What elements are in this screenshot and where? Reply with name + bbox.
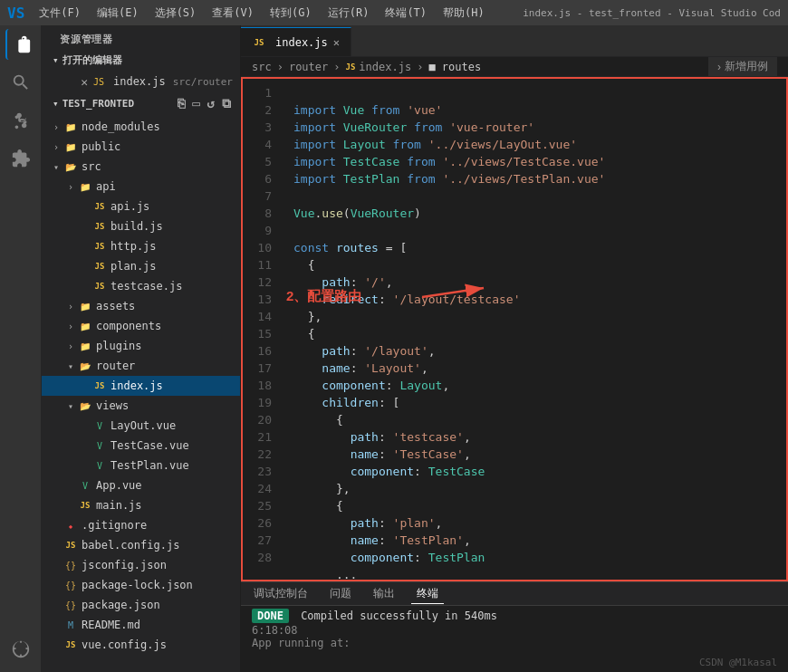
tree-label: main.js (96, 499, 142, 512)
folder-icon: 📁 (78, 179, 92, 194)
tree-jsconfig[interactable]: {} jsconfig.json (42, 555, 240, 575)
new-file-btn[interactable]: ⎘ (176, 96, 187, 111)
breadcrumb: src › router › JS index.js › ■ routes › … (241, 57, 788, 77)
tree-components[interactable]: › 📁 components (42, 316, 240, 336)
activity-search[interactable] (5, 67, 36, 98)
term-tab-problems[interactable]: 问题 (324, 584, 357, 603)
menu-goto[interactable]: 转到(G) (266, 4, 315, 23)
tab-filename: index.js (275, 36, 328, 49)
folder-arrow: ▾ (63, 361, 78, 371)
tree-main-js[interactable]: JS main.js (42, 495, 240, 515)
tree-gitignore[interactable]: ⬥ .gitignore (42, 515, 240, 535)
tree-label: components (96, 320, 161, 332)
bc-router[interactable]: router (289, 61, 328, 73)
menu-bar: 文件(F) 编辑(E) 选择(S) 查看(V) 转到(G) 运行(R) 终端(T… (35, 4, 488, 23)
tree-label: plugins (96, 340, 142, 352)
tree-babel-config[interactable]: JS babel.config.js (42, 535, 240, 555)
tree-label: build.js (111, 220, 163, 233)
open-editors-section[interactable]: ▾ 打开的编辑器 (42, 50, 240, 71)
refresh-btn[interactable]: ↺ (206, 96, 216, 111)
open-editor-filename: index.js (113, 75, 166, 88)
tree-label: node_modules (82, 120, 160, 133)
activity-debug[interactable] (5, 634, 36, 665)
activity-source-control[interactable] (5, 105, 36, 136)
menu-run[interactable]: 运行(R) (324, 4, 373, 23)
sidebar-header: 资源管理器 (42, 25, 240, 50)
tree-package-lock[interactable]: {} package-lock.json (42, 575, 240, 595)
folder-open-icon: 📂 (63, 159, 78, 174)
code-content[interactable]: import Vue from 'vue' import VueRouter f… (279, 77, 788, 581)
js-icon: JS (92, 219, 107, 234)
open-editors-arrow: ▾ (53, 54, 59, 66)
tree-readme[interactable]: M README.md (42, 615, 240, 635)
tree-assets[interactable]: › 📁 assets (42, 296, 240, 316)
menu-help[interactable]: 帮助(H) (439, 4, 488, 23)
close-editor-icon[interactable]: ✕ (81, 75, 88, 89)
vue-icon: V (92, 438, 107, 453)
tab-indexjs[interactable]: JS index.js ✕ (241, 27, 351, 56)
term-tab-output[interactable]: 输出 (368, 584, 400, 603)
folder-open-icon: 📂 (78, 398, 92, 413)
tree-router[interactable]: ▾ 📂 router (42, 356, 240, 376)
tree-build-js[interactable]: JS build.js (42, 216, 240, 236)
tree-label: plan.js (111, 260, 157, 273)
bc-routes[interactable]: ■ routes (428, 61, 481, 73)
bc-src[interactable]: src (252, 61, 272, 73)
tree-plugins[interactable]: › 📁 plugins (42, 336, 240, 356)
tree-package-json[interactable]: {} package.json (42, 595, 240, 615)
folder-icon: 📁 (63, 139, 78, 154)
tree-label: package.json (82, 599, 160, 611)
tree-views[interactable]: ▾ 📂 views (42, 396, 240, 416)
json-icon: {} (63, 598, 78, 612)
tab-js-icon: JS (252, 35, 266, 50)
terminal: 调试控制台 问题 输出 终端 DONE Compiled successfull… (241, 581, 788, 672)
tree-src[interactable]: ▾ 📂 src (42, 157, 240, 177)
tree-label: public (82, 140, 120, 153)
editor-area: 2、配置路由 JS index.js ✕ src › router › (241, 25, 788, 672)
line-numbers: 12345 678910 1112131415 1617181920 21222… (241, 77, 279, 581)
tree-http-js[interactable]: JS http.js (42, 236, 240, 256)
terminal-message: Compiled successfully in 540ms (301, 610, 497, 622)
new-folder-btn[interactable]: ▭ (190, 96, 201, 111)
tree-layout-vue[interactable]: V LayOut.vue (42, 416, 240, 436)
collapse-btn[interactable]: ⧉ (220, 96, 233, 111)
tree-testcase-js[interactable]: JS testcase.js (42, 276, 240, 296)
menu-terminal[interactable]: 终端(T) (381, 4, 430, 23)
tree-testplan-vue[interactable]: V TestPlan.vue (42, 456, 240, 475)
project-section[interactable]: ▾ TEST_FRONTED ⎘ ▭ ↺ ⧉ (42, 92, 240, 115)
bc-sep1: › (277, 61, 283, 73)
bc-indexjs[interactable]: index.js (359, 61, 411, 73)
tree-testcase-vue[interactable]: V TestCase.vue (42, 436, 240, 456)
tree-api-js[interactable]: JS api.js (42, 197, 240, 216)
tree-node-modules[interactable]: › 📁 node_modules (42, 117, 240, 137)
js-icon: JS (63, 538, 78, 552)
tree-vue-config[interactable]: JS vue.config.js (42, 635, 240, 655)
code-pre: import Vue from 'vue' import VueRouter f… (293, 84, 788, 581)
tree-plan-js[interactable]: JS plan.js (42, 256, 240, 276)
menu-file[interactable]: 文件(F) (35, 4, 84, 23)
menu-select[interactable]: 选择(S) (151, 4, 200, 23)
code-editor[interactable]: 12345 678910 1112131415 1617181920 21222… (241, 77, 788, 581)
activity-explorer[interactable] (5, 29, 36, 60)
tree-label: api.js (111, 200, 149, 213)
menu-view[interactable]: 查看(V) (208, 4, 257, 23)
tree-router-indexjs[interactable]: JS index.js (42, 376, 240, 396)
menu-edit[interactable]: 编辑(E) (93, 4, 142, 23)
activity-extensions[interactable] (5, 143, 36, 174)
file-tree: › 📁 node_modules › 📁 public ▾ 📂 src (42, 115, 240, 657)
tree-label: App.vue (96, 479, 142, 492)
term-tab-debug[interactable]: 调试控制台 (248, 584, 313, 603)
term-tab-terminal[interactable]: 终端 (411, 584, 444, 604)
tree-api[interactable]: › 📁 api (42, 177, 240, 197)
tree-app-vue[interactable]: V App.vue (42, 475, 240, 495)
json-icon: {} (63, 578, 78, 592)
open-editor-indexjs[interactable]: ✕ JS index.js src/router (42, 72, 240, 91)
tree-label: api (96, 180, 116, 193)
new-example-label: 新增用例 (725, 59, 768, 74)
tree-label: http.js (111, 240, 157, 253)
tree-public[interactable]: › 📁 public (42, 137, 240, 157)
new-example-button[interactable]: › 新增用例 (708, 57, 777, 76)
terminal-line1: DONE Compiled successfully in 540ms (252, 610, 777, 622)
tree-label: src (82, 160, 101, 173)
tab-close-btn[interactable]: ✕ (333, 36, 340, 49)
